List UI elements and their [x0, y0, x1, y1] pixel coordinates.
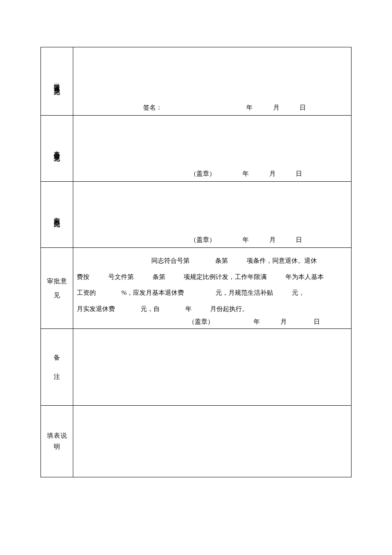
approval-text-body: 同志符合号第 条第 项条件，同意退休。退休 费按 号文件第 条第 项规定比例计发…: [77, 250, 348, 317]
unit-review-cell: （盖章） 年 月 日: [73, 116, 352, 182]
approval-cell: 同志符合号第 条第 项条件，同意退休。退休 费按 号文件第 条第 项规定比例计发…: [73, 248, 352, 329]
dept-stamp-line: （盖章） 年 月 日: [73, 236, 351, 244]
instructions-cell: [73, 406, 352, 477]
row-label-unit-review: 本单位审核意见: [41, 116, 73, 182]
row-label-dept-opinion: 主管部门意见: [41, 182, 73, 248]
dept-opinion-cell: （盖章） 年 月 日: [73, 182, 352, 248]
row-label-retiree-opinion: 提前退休人员意见: [41, 47, 73, 116]
unit-stamp-line: （盖章） 年 月 日: [73, 170, 351, 178]
row-label-remarks: 备 注: [41, 329, 73, 406]
row-label-approval: 审批意 见: [41, 248, 73, 329]
retiree-opinion-cell: 签名： 年 月 日: [73, 47, 352, 116]
row-label-instructions: 填表说 明: [41, 406, 73, 477]
remarks-cell: [73, 329, 352, 406]
approval-stamp-line: （盖章） 年 月 日: [77, 318, 348, 326]
retiree-sign-line: 签名： 年 月 日: [73, 104, 351, 112]
approval-form-table: 提前退休人员意见 签名： 年 月 日 本单位审核意见 （盖章） 年: [40, 47, 352, 477]
